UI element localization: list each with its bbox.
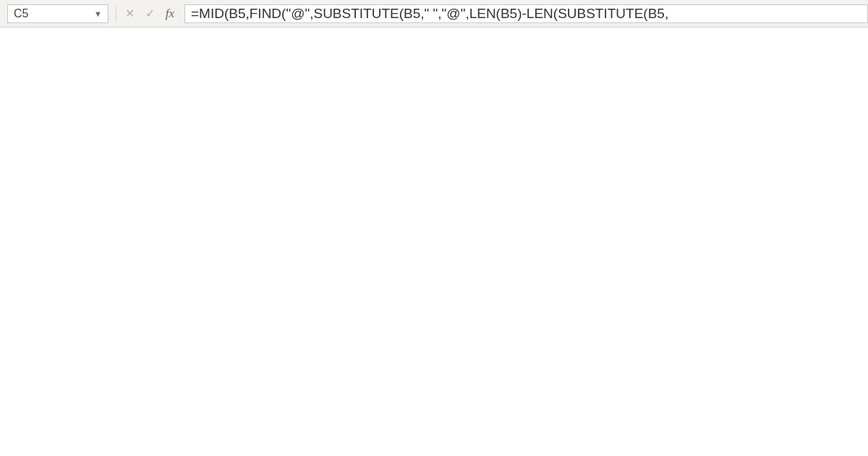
formula-input[interactable]: =MID(B5,FIND("@",SUBSTITUTE(B5," ","@",L… — [184, 4, 868, 23]
name-box-dropdown-icon[interactable]: ▼ — [94, 9, 102, 18]
cancel-formula-button[interactable]: ✕ — [119, 4, 140, 23]
name-box-value: C5 — [14, 7, 28, 20]
accept-formula-button[interactable]: ✓ — [140, 4, 160, 23]
name-box[interactable]: C5 ▼ — [7, 4, 109, 23]
insert-function-button[interactable]: fx — [160, 4, 180, 23]
formula-bar: C5 ▼ ✕ ✓ fx =MID(B5,FIND("@",SUBSTITUTE(… — [0, 0, 868, 28]
formula-text: =MID(B5,FIND("@",SUBSTITUTE(B5," ","@",L… — [191, 6, 668, 22]
divider — [116, 5, 116, 22]
